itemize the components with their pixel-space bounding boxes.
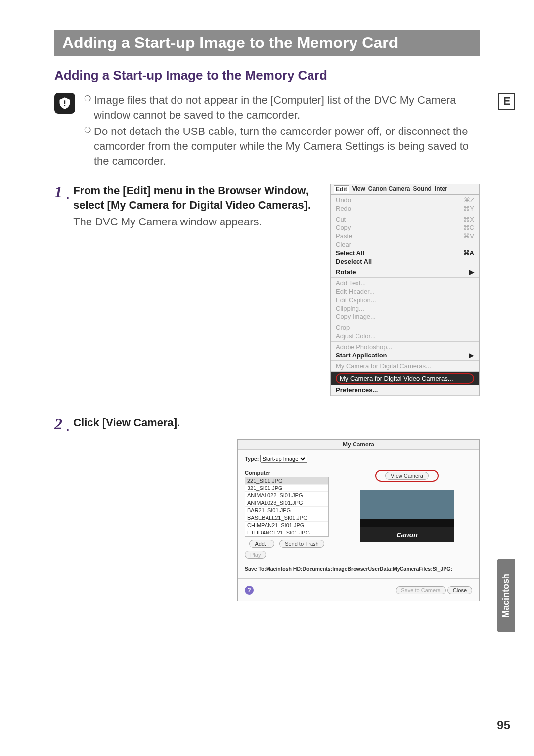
section-title: Adding a Start-up Image to the Memory Ca…: [62, 34, 398, 51]
step-2-number: 2: [54, 416, 62, 601]
menu-item: Adjust Color...: [331, 332, 479, 340]
add-button[interactable]: Add...: [249, 540, 274, 548]
menu-item: Clipping...: [331, 304, 479, 312]
menu-item: Edit Header...: [331, 287, 479, 296]
list-item[interactable]: 321_SI01.JPG: [245, 485, 328, 492]
menu-item: Add Text...: [331, 279, 479, 287]
menu-bar-inter: Inter: [435, 185, 447, 193]
step-2-title: Click [View Camera].: [73, 416, 480, 430]
step-2-dot: .: [66, 421, 69, 434]
computer-list-header: Computer: [245, 470, 329, 476]
menu-bar-view: View: [352, 185, 365, 193]
menu-item: Copy⌘C: [331, 223, 479, 232]
list-item[interactable]: BAR21_SI01.JPG: [245, 507, 328, 514]
edit-menu-screenshot: Edit View Canon Camera Sound Inter Undo⌘…: [330, 184, 480, 396]
menu-item: Crop: [331, 323, 479, 332]
menu-bar: Edit View Canon Camera Sound Inter: [331, 184, 479, 195]
menu-bar-canon: Canon Camera: [368, 185, 410, 193]
section-title-bar: Adding a Start-up Image to the Memory Ca…: [54, 30, 480, 56]
list-item[interactable]: ANIMAL022_SI01.JPG: [245, 492, 328, 499]
menu-bar-sound: Sound: [413, 185, 432, 193]
my-camera-titlebar: My Camera: [238, 440, 479, 450]
menu-item: Adobe Photoshop...: [331, 343, 479, 351]
menu-item: Start Application▶: [331, 351, 479, 359]
menu-item: Copy Image...: [331, 312, 479, 321]
view-camera-button[interactable]: View Camera: [375, 470, 439, 482]
menu-item: Deselect All: [331, 257, 479, 266]
type-select[interactable]: Start-up Image: [260, 455, 307, 463]
important-note: Image files that do not appear in the [C…: [82, 93, 480, 170]
page-number: 95: [497, 718, 510, 732]
list-item[interactable]: ETHDANCE21_SI01.JPG: [245, 529, 328, 536]
important-icon: [54, 93, 75, 114]
trash-button[interactable]: Send to Trash: [279, 540, 324, 548]
note-bullet-2: Do not detach the USB cable, turn the ca…: [84, 124, 480, 168]
list-item[interactable]: ANIMAL023_SI01.JPG: [245, 499, 328, 507]
menu-item: Cut⌘X: [331, 215, 479, 223]
play-button[interactable]: Play: [245, 551, 266, 559]
language-marker: E: [498, 93, 515, 110]
menu-item: Edit Caption...: [331, 296, 479, 304]
type-label: Type:: [245, 456, 259, 462]
menu-item: Undo⌘Z: [331, 196, 479, 204]
my-camera-window: My Camera Type: Start-up Image Computer …: [237, 439, 480, 601]
list-item[interactable]: CHIMPAN21_SI01.JPG: [245, 522, 328, 529]
save-to-camera-button[interactable]: Save to Camera: [396, 586, 445, 594]
note-bullet-1: Image files that do not appear in the [C…: [84, 93, 480, 122]
help-icon[interactable]: ?: [245, 586, 254, 595]
list-item[interactable]: BASEBALL21_SI01.JPG: [245, 514, 328, 522]
menu-item: Clear: [331, 240, 479, 249]
computer-file-list[interactable]: 221_SI01.JPG321_SI01.JPGANIMAL022_SI01.J…: [245, 477, 329, 537]
close-button[interactable]: Close: [447, 586, 472, 594]
list-item[interactable]: 221_SI01.JPG: [245, 477, 328, 485]
step-1-dot: .: [66, 189, 69, 202]
menu-item-mycam-dvc: My Camera for Digital Video Cameras...: [331, 372, 479, 385]
menu-item-preferences: Preferences...: [331, 386, 479, 394]
menu-bar-edit: Edit: [334, 185, 349, 193]
menu-item: Paste⌘V: [331, 232, 479, 240]
menu-item: Select All⌘A: [331, 249, 479, 257]
save-to-path: Save To:Macintosh HD:Documents:ImageBrow…: [245, 566, 472, 572]
menu-item: Redo⌘Y: [331, 204, 479, 213]
startup-image-preview: Canon: [360, 490, 454, 542]
menu-item-mycam-digital: My Camera for Digital Cameras...: [331, 362, 479, 370]
side-tab-macintosh: Macintosh: [497, 559, 515, 632]
section-subtitle: Adding a Start-up Image to the Memory Ca…: [54, 68, 480, 83]
step-1-title: From the [Edit] menu in the Browser Wind…: [73, 184, 320, 212]
step-1-number: 1: [54, 184, 62, 396]
menu-item: Rotate▶: [331, 268, 479, 276]
step-1-desc: The DVC My Camera window appears.: [73, 216, 320, 228]
